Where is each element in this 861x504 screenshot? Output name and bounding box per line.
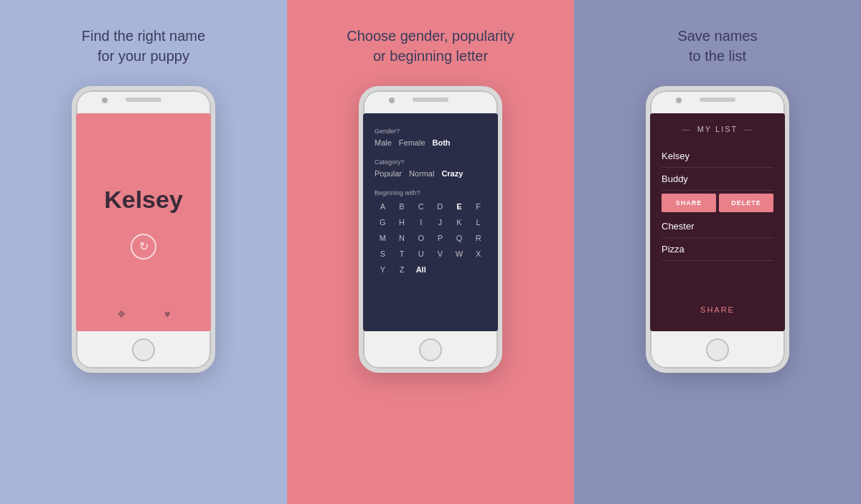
gender-female[interactable]: Female xyxy=(399,138,425,147)
share-item-button[interactable]: SHARE xyxy=(662,194,716,212)
list-item-buddy[interactable]: Buddy xyxy=(662,168,773,191)
beginning-label: Beginning with? xyxy=(375,189,486,196)
letter-d[interactable]: D xyxy=(432,200,448,213)
panel-center-title: Choose gender, popularityor beginning le… xyxy=(347,26,514,66)
category-label: Category? xyxy=(375,158,486,166)
gender-both[interactable]: Both xyxy=(433,138,451,147)
letter-t[interactable]: T xyxy=(394,247,410,260)
phone-1: Kelsey ↻ ❖ ♥ xyxy=(72,86,215,373)
letter-m[interactable]: M xyxy=(375,232,391,244)
letter-z[interactable]: Z xyxy=(394,263,410,276)
letter-u[interactable]: U xyxy=(413,247,429,260)
letter-y[interactable]: Y xyxy=(375,263,391,276)
category-crazy[interactable]: Crazy xyxy=(441,169,463,178)
panel-center: Choose gender, popularityor beginning le… xyxy=(287,0,574,504)
letter-x[interactable]: X xyxy=(470,247,486,260)
phone-2-home[interactable] xyxy=(419,338,442,361)
bottom-icons: ❖ ♥ xyxy=(76,308,211,320)
letter-c[interactable]: C xyxy=(413,200,429,213)
gender-label: Gender? xyxy=(375,128,486,135)
letter-i[interactable]: I xyxy=(413,216,429,229)
gender-options: Male Female Both xyxy=(375,138,486,147)
letter-l[interactable]: L xyxy=(470,216,486,229)
phone-3: MY LIST Kelsey Buddy SHARE DELETE Cheste… xyxy=(646,86,789,373)
letter-all[interactable]: All xyxy=(413,263,429,276)
phone-2-screen: Gender? Male Female Both Category? Popul… xyxy=(363,113,498,331)
phone-3-screen: MY LIST Kelsey Buddy SHARE DELETE Cheste… xyxy=(650,113,785,331)
letter-p[interactable]: P xyxy=(432,232,448,244)
letter-j[interactable]: J xyxy=(432,216,448,229)
refresh-icon: ↻ xyxy=(139,239,149,253)
letter-a[interactable]: A xyxy=(375,200,391,213)
letter-v[interactable]: V xyxy=(432,247,448,260)
letter-f[interactable]: F xyxy=(470,200,486,213)
category-options: Popular Normal Crazy xyxy=(375,169,486,178)
phone-1-screen: Kelsey ↻ ❖ ♥ xyxy=(76,113,211,331)
category-section: Category? Popular Normal Crazy xyxy=(375,158,486,178)
phone-1-camera xyxy=(102,98,108,103)
gender-section: Gender? Male Female Both xyxy=(375,128,486,147)
phone-2-camera xyxy=(389,98,395,103)
letter-grid: A B C D E F G H I J K L M N O xyxy=(375,200,486,276)
panel-right-title: Save namesto the list xyxy=(677,26,757,66)
phone-3-home[interactable] xyxy=(706,338,729,361)
panel-left-title: Find the right namefor your puppy xyxy=(82,26,205,66)
screen-maroon: MY LIST Kelsey Buddy SHARE DELETE Cheste… xyxy=(650,113,785,331)
phone-3-camera xyxy=(676,98,682,103)
list-item-chester[interactable]: Chester xyxy=(662,215,773,238)
letter-b[interactable]: B xyxy=(394,200,410,213)
share-all-button[interactable]: SHARE xyxy=(662,305,773,320)
dog-name: Kelsey xyxy=(104,186,183,214)
gender-male[interactable]: Male xyxy=(375,138,392,147)
letter-g[interactable]: G xyxy=(375,216,391,229)
list-actions: SHARE DELETE xyxy=(662,194,773,212)
letter-q[interactable]: Q xyxy=(451,232,468,244)
letter-s[interactable]: S xyxy=(375,247,391,260)
share-icon[interactable]: ❖ xyxy=(117,308,126,320)
letter-o[interactable]: O xyxy=(413,232,429,244)
phone-1-home[interactable] xyxy=(132,338,155,361)
refresh-button[interactable]: ↻ xyxy=(131,234,156,260)
my-list-title: MY LIST xyxy=(662,125,773,133)
phone-2: Gender? Male Female Both Category? Popul… xyxy=(359,86,502,373)
letter-h[interactable]: H xyxy=(394,216,410,229)
screen-pink: Kelsey ↻ ❖ ♥ xyxy=(76,113,211,331)
letter-k[interactable]: K xyxy=(451,216,468,229)
delete-item-button[interactable]: DELETE xyxy=(719,194,773,212)
letter-w[interactable]: W xyxy=(451,247,468,260)
category-popular[interactable]: Popular xyxy=(375,169,402,178)
letter-n[interactable]: N xyxy=(394,232,410,244)
beginning-section: Beginning with? A B C D E F G H I J K L xyxy=(375,189,486,276)
panel-right: Save namesto the list MY LIST Kelsey Bud… xyxy=(574,0,861,504)
heart-icon[interactable]: ♥ xyxy=(164,308,170,320)
list-item-pizza[interactable]: Pizza xyxy=(662,238,773,261)
letter-e[interactable]: E xyxy=(451,200,468,213)
panel-left: Find the right namefor your puppy Kelsey… xyxy=(0,0,287,504)
screen-navy: Gender? Male Female Both Category? Popul… xyxy=(363,113,498,331)
letter-r[interactable]: R xyxy=(470,232,486,244)
list-item-kelsey[interactable]: Kelsey xyxy=(662,145,773,168)
category-normal[interactable]: Normal xyxy=(409,169,434,178)
